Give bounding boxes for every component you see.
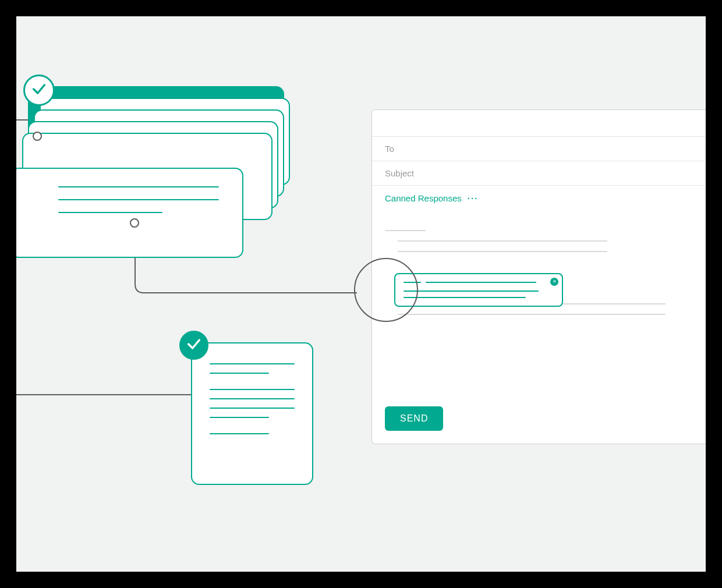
placeholder-line [210, 389, 295, 390]
placeholder-line [385, 230, 426, 231]
checkmark-icon [31, 81, 47, 100]
placeholder-line [398, 314, 666, 315]
email-composer: To Subject Canned Responses ··· [371, 109, 706, 444]
placeholder-line [210, 398, 295, 399]
canned-responses-toggle[interactable]: Canned Responses ··· [372, 186, 706, 210]
magnifier-circle [354, 258, 418, 322]
document-card [191, 342, 313, 485]
to-label: To [385, 144, 394, 154]
composer-body[interactable] [372, 210, 706, 396]
placeholder-line [426, 282, 536, 283]
more-icon: ··· [468, 193, 479, 203]
checkmark-badge [179, 331, 208, 360]
placeholder-line [404, 291, 539, 292]
inserted-canned-response[interactable] [394, 273, 563, 307]
template-card-stack [16, 86, 296, 261]
connector-node [130, 218, 139, 228]
placeholder-line [58, 199, 219, 200]
placeholder-line [398, 240, 607, 242]
remove-canned-response-button[interactable] [550, 278, 558, 286]
placeholder-line [398, 251, 607, 252]
subject-label: Subject [385, 168, 414, 178]
placeholder-line [58, 212, 162, 213]
diagram-canvas: To Subject Canned Responses ··· [16, 16, 706, 572]
checkmark-icon [186, 336, 202, 355]
placeholder-line [210, 363, 295, 364]
canned-responses-label: Canned Responses [385, 193, 462, 203]
checkmark-badge [23, 75, 55, 106]
subject-field-row[interactable]: Subject [372, 161, 706, 186]
template-card-front [16, 168, 243, 258]
connector-node [33, 132, 42, 141]
send-button[interactable]: SEND [385, 406, 443, 431]
to-field-row[interactable]: To [372, 137, 706, 161]
composer-footer: SEND [372, 396, 706, 444]
placeholder-line [210, 408, 295, 409]
placeholder-line [210, 417, 269, 418]
placeholder-line [210, 433, 269, 434]
placeholder-line [404, 297, 526, 298]
composer-toolbar [372, 110, 706, 137]
placeholder-line [58, 186, 219, 187]
placeholder-line [210, 373, 269, 374]
